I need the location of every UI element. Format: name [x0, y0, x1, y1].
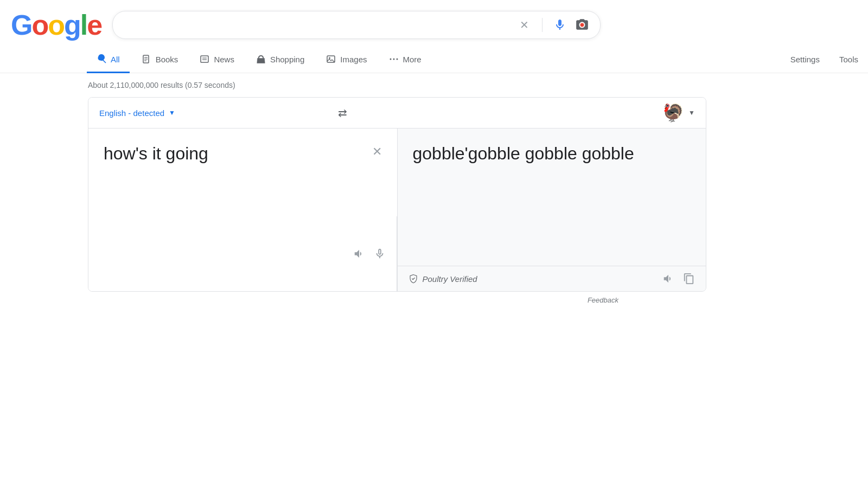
- poultry-verified-badge: Poultry Verified: [409, 274, 477, 284]
- more-icon: [389, 54, 399, 64]
- tab-more[interactable]: More: [379, 47, 431, 73]
- settings-label: Settings: [790, 55, 820, 64]
- source-mic-icon[interactable]: [374, 248, 386, 260]
- tab-settings[interactable]: Settings: [781, 47, 829, 73]
- logo-letter-l: l: [80, 9, 87, 41]
- source-language-dropdown-icon: ▼: [169, 109, 175, 117]
- tab-shopping[interactable]: Shopping: [246, 47, 314, 73]
- target-text: gobble'gobble gobble gobble: [413, 144, 634, 163]
- books-icon: [142, 54, 151, 64]
- logo-letter-g: G: [11, 9, 31, 41]
- search-divider: [542, 18, 542, 32]
- logo-letter-o2: o: [48, 9, 64, 41]
- feedback-label[interactable]: Feedback: [588, 296, 618, 304]
- tab-shopping-label: Shopping: [270, 55, 304, 64]
- poultry-verified-label: Poultry Verified: [423, 274, 477, 284]
- nav-settings-tools: Settings Tools: [781, 47, 868, 73]
- svg-point-9: [390, 59, 391, 60]
- google-logo[interactable]: Google: [11, 9, 101, 41]
- swap-languages-icon[interactable]: ⇄: [338, 106, 347, 119]
- header: Google translate ✕: [0, 0, 868, 47]
- copy-icon[interactable]: [683, 273, 695, 285]
- news-icon: [200, 54, 209, 64]
- images-icon: [326, 54, 336, 64]
- shield-check-icon: [409, 274, 418, 284]
- source-language-selector[interactable]: English - detected ▼: [99, 108, 175, 118]
- search-bar: translate ✕: [112, 11, 601, 39]
- tab-tools[interactable]: Tools: [829, 47, 868, 73]
- target-text-area: gobble'gobble gobble gobble: [398, 129, 706, 266]
- source-text-area[interactable]: how's it going ✕: [88, 129, 397, 216]
- target-audio-icon[interactable]: [662, 273, 674, 285]
- camera-search-icon[interactable]: [575, 18, 589, 32]
- microphone-icon[interactable]: [553, 18, 566, 31]
- clear-source-icon[interactable]: ✕: [372, 144, 382, 160]
- target-footer-icons: [662, 273, 695, 285]
- logo-letter-g2: g: [64, 9, 80, 41]
- tools-label: Tools: [839, 55, 858, 64]
- target-footer: Poultry Verified: [398, 266, 706, 291]
- tab-all-label: All: [111, 55, 120, 64]
- nav-tabs: All Books News: [0, 47, 868, 73]
- search-input[interactable]: translate: [124, 20, 511, 31]
- results-summary: About 2,110,000,000 results (0.57 second…: [0, 73, 868, 97]
- translate-body: how's it going ✕ gobble'gobble gob: [88, 129, 706, 291]
- feedback-area: Feedback: [0, 292, 706, 304]
- logo-letter-e: e: [87, 9, 101, 41]
- results-count: About 2,110,000,000 results (0.57 second…: [88, 81, 235, 89]
- svg-rect-4: [201, 56, 208, 62]
- clear-search-icon[interactable]: ✕: [518, 16, 531, 34]
- tab-all[interactable]: All: [87, 47, 130, 73]
- source-footer: [88, 216, 397, 291]
- search-icon: [97, 54, 106, 64]
- tab-news-label: News: [214, 55, 234, 64]
- turkey-emoji-icon: 🦃: [662, 104, 684, 121]
- translate-header: English - detected ▼ ⇄ 🦃 ▼: [88, 98, 706, 129]
- source-text: how's it going: [104, 142, 363, 166]
- tab-images-label: Images: [340, 55, 367, 64]
- tab-books-label: Books: [156, 55, 178, 64]
- svg-point-10: [393, 59, 394, 60]
- tab-more-label: More: [403, 55, 422, 64]
- tab-books[interactable]: Books: [132, 47, 188, 73]
- tab-news[interactable]: News: [190, 47, 244, 73]
- target-language-selector[interactable]: 🦃 ▼: [662, 104, 695, 121]
- tab-images[interactable]: Images: [316, 47, 376, 73]
- svg-point-8: [329, 57, 330, 59]
- shopping-icon: [256, 54, 266, 64]
- translate-widget: English - detected ▼ ⇄ 🦃 ▼ how's it goin…: [88, 97, 706, 292]
- translate-target-panel: gobble'gobble gobble gobble Poultry Veri…: [398, 129, 706, 291]
- source-language-label: English - detected: [99, 108, 164, 118]
- target-language-dropdown-icon: ▼: [688, 109, 695, 117]
- svg-point-11: [396, 59, 398, 60]
- translate-source-panel: how's it going ✕: [88, 129, 398, 291]
- logo-letter-o1: o: [31, 9, 48, 41]
- source-audio-icon[interactable]: [353, 248, 365, 260]
